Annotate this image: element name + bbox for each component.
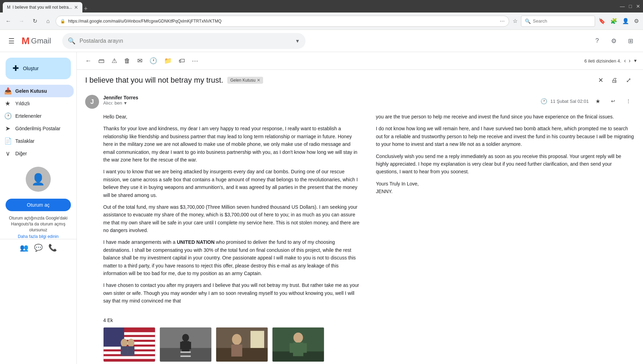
search-bar[interactable]: 🔍 ▼ [62,33,306,49]
refresh-button[interactable]: ↻ [29,16,40,27]
attachments-grid [103,327,635,362]
prev-message-button[interactable]: ‹ [624,58,626,64]
browser-search-input[interactable] [533,18,591,24]
snooze-button[interactable]: 🕐 [147,55,160,67]
search-input[interactable] [80,38,291,44]
settings-button[interactable]: ⚙ [607,34,621,48]
next-message-button[interactable]: › [629,58,630,64]
tab-close-icon[interactable]: ✕ [74,5,78,10]
email-view-toolbar: ← 🗃 ⚠ 🗑 ✉ 🕐 📁 🏷 ⋯ 6 ileti dizisinden 4. … [77,52,643,70]
contacts-icon[interactable]: 👥 [20,243,29,252]
profile-icon[interactable]: 👤 [621,16,630,26]
compose-button[interactable]: ✚ Oluştur [6,58,71,79]
svg-rect-29 [290,343,294,353]
browser-tabs: M I believe that you will not betra... ✕… [3,0,88,13]
reply-button[interactable]: ↩ [607,95,619,107]
address-bar[interactable]: 🔒 https://mail.google.com/mail/u/0/#inbo… [56,16,509,27]
phone-icon[interactable]: 📞 [48,243,57,252]
email-body: Hello Dear, Thanks for your love and kin… [85,113,635,309]
extensions-icon[interactable]: 🧩 [609,16,619,26]
starred-label: Yıldızlı [15,101,68,106]
sidebar-footer-icons: 👥 💬 📞 [0,239,76,256]
login-button[interactable]: Oturum aç [6,199,71,211]
attachment-4[interactable] [272,327,324,362]
gmail-main: ✚ Oluştur 📥 Gelen Kutusu ★ Yıldızlı 🕐 Er… [0,52,643,364]
nav-extras: ☆ 🔍 🔖 🧩 👤 ⚙ [511,16,640,27]
avatar-icon: 👤 [31,173,45,186]
sidebar-item-sent[interactable]: ➤ Gönderilmiş Postalar [0,122,74,135]
chevron-down-icon[interactable]: ▼ [295,38,300,44]
gmail-app: ☰ M Gmail 🔍 ▼ ? ⚙ ⊞ ✚ Oluştur 📥 Gelen Ku… [0,30,643,364]
svg-rect-6 [104,356,155,359]
sidebar-item-starred[interactable]: ★ Yıldızlı [0,97,74,110]
login-hint-text: Oturum açtığınızda Google'daki Hangouts'… [0,214,76,234]
minimize-icon[interactable]: — [620,3,625,9]
attachments-label: 4 Ek [103,317,635,323]
message-header: J Jennifer Torres Alıcı: ben ▼ 🕐 11 Şuba… [85,91,635,113]
browser-search-box[interactable]: 🔍 [521,16,595,27]
spam-button[interactable]: ⚠ [109,55,120,67]
move-button[interactable]: 📁 [161,55,174,67]
attachments-section: 4 Ek [85,317,635,362]
label-button[interactable]: 🏷 [176,55,188,67]
home-button[interactable]: ⌂ [42,16,54,27]
sender-to[interactable]: Alıcı: ben ▼ [103,100,536,106]
settings-icon[interactable]: ⚙ [633,16,640,26]
back-button[interactable]: ← [3,16,14,27]
collapse-button[interactable]: ✕ [594,74,607,86]
print-button[interactable]: 🖨 [608,74,621,86]
menu-button[interactable]: ☰ [6,34,17,48]
message-more-button[interactable]: ⋮ [622,95,635,107]
attachment-2[interactable] [160,327,212,362]
compose-label: Oluştur [23,66,39,71]
more-options-icon[interactable]: ⋯ [500,18,505,24]
security-icon: 🔒 [60,19,65,24]
more-actions-button[interactable]: ⋯ [189,55,201,67]
sender-name: Jennifer Torres [103,95,536,100]
forward-button[interactable]: → [16,16,27,27]
nav-bar: ← → ↻ ⌂ 🔒 https://mail.google.com/mail/u… [0,13,643,30]
svg-rect-15 [180,355,191,357]
sidebar-item-drafts[interactable]: 📄 Taslaklar [0,135,74,147]
back-to-list-button[interactable]: ← [82,55,94,67]
sidebar-item-snoozed[interactable]: 🕐 Ertelenenler [0,110,74,122]
grid-button[interactable]: ⊞ [624,34,637,48]
email-subject-bar: I believe that you will not betray my tr… [77,70,643,91]
sidebar: ✚ Oluştur 📥 Gelen Kutusu ★ Yıldızlı 🕐 Er… [0,52,76,364]
new-window-button[interactable]: ⤢ [622,74,635,86]
learn-more-link[interactable]: Daha fazla bilgi edinin [0,234,76,239]
active-tab[interactable]: M I believe that you will not betra... ✕ [3,2,82,13]
svg-rect-22 [251,331,264,348]
svg-rect-19 [188,342,191,349]
to-expand-icon[interactable]: ▼ [123,101,128,106]
svg-rect-30 [303,343,307,353]
inbox-tag: Gelen Kutusu ✕ [227,77,263,84]
archive-button[interactable]: 🗃 [96,55,107,67]
email-col-left: Hello Dear, Thanks for your love and kin… [103,113,362,309]
help-button[interactable]: ? [590,34,604,48]
snoozed-label: Ertelenenler [15,113,68,119]
attachment-1[interactable] [103,327,155,362]
star-icon: ★ [4,100,11,107]
close-icon[interactable]: ✕ [636,3,640,9]
maximize-icon[interactable]: □ [629,3,632,9]
tag-close-icon[interactable]: ✕ [257,78,260,83]
star-message-button[interactable]: ★ [592,95,604,107]
mark-button[interactable]: ✉ [135,55,145,67]
sent-icon: ➤ [4,125,11,132]
col2-closing: Yours Truly In Love,JENNY. [376,180,635,196]
view-options-button[interactable]: ▼ [633,58,637,63]
bookmarks-icon[interactable]: 🔖 [597,16,607,26]
bookmark-icon[interactable]: ☆ [511,16,519,26]
new-tab-button[interactable]: + [84,5,88,13]
browser-chrome: M I believe that you will not betra... ✕… [0,0,643,13]
to-label: Alıcı: ben [103,100,122,106]
sidebar-item-more[interactable]: ∨ Diğer [0,147,74,160]
delete-button[interactable]: 🗑 [121,55,133,67]
tag-label: Gelen Kutusu [230,78,255,83]
inbox-icon: 📥 [4,87,11,95]
sidebar-item-inbox[interactable]: 📥 Gelen Kutusu [0,85,74,97]
chat-icon[interactable]: 💬 [34,243,43,252]
attachment-3[interactable] [216,327,268,362]
clock-icon: 🕐 [4,112,11,120]
